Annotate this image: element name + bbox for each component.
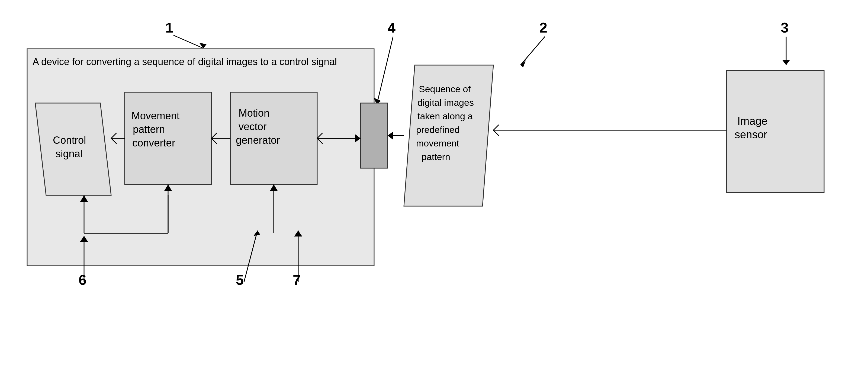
svg-marker-1 [199,43,207,48]
seq-label6: pattern [422,152,450,162]
label-7: 7 [293,272,301,288]
label-4: 4 [388,20,396,35]
seq-label3: taken along a [417,111,473,121]
junction-box [361,103,388,168]
control-signal-label2: signal [56,148,83,160]
diagram-container: 1 2 3 4 5 6 7 A device for converting a … [0,0,868,374]
label-3: 3 [781,20,788,35]
seq-label5: movement [416,138,459,148]
svg-line-6 [377,37,393,105]
movement-pattern-label2: pattern [133,124,165,135]
image-sensor-label2: sensor [735,128,767,141]
motion-vector-label1: Motion [239,107,270,119]
movement-pattern-label1: Movement [131,110,180,121]
seq-label4: predefined [416,124,460,135]
svg-line-2 [521,37,545,65]
motion-vector-label2: vector [239,121,267,132]
image-sensor-label1: Image [737,115,768,127]
seq-label1: Sequence of [419,84,471,94]
label-1: 1 [165,20,173,35]
label-5: 5 [236,272,244,288]
svg-line-0 [174,35,203,48]
label-2: 2 [539,20,547,35]
label-6: 6 [79,272,87,288]
svg-marker-5 [782,60,790,65]
svg-marker-18 [388,132,393,140]
motion-vector-label3: generator [236,135,280,146]
movement-pattern-label3: converter [132,137,176,149]
control-signal-label: Control [53,135,86,146]
device-title: A device for converting a sequence of di… [33,56,337,67]
seq-label2: digital images [417,97,474,108]
diagram-svg: 1 2 3 4 5 6 7 A device for converting a … [0,0,868,374]
